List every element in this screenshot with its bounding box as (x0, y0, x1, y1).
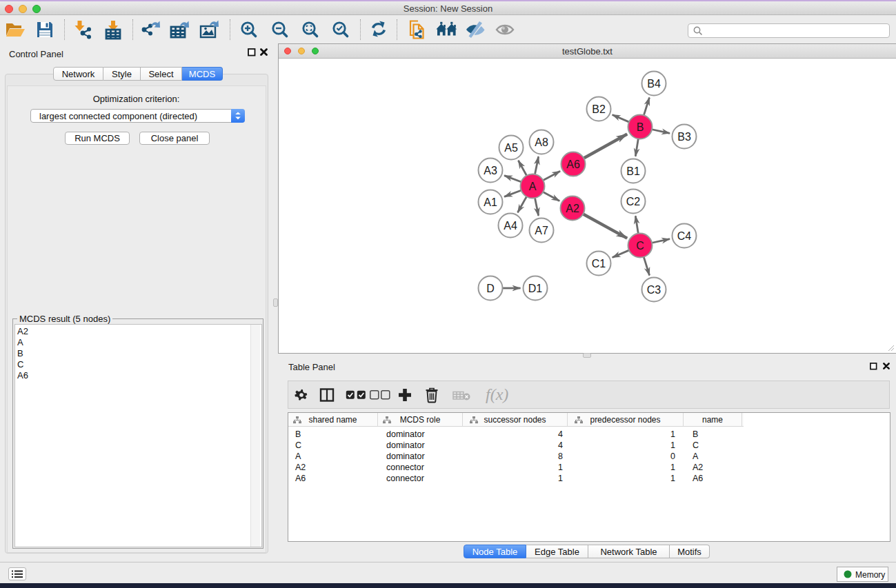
svg-text:A: A (529, 181, 537, 192)
svg-text:C: C (636, 240, 644, 252)
svg-text:A5: A5 (504, 142, 518, 154)
svg-text:A6: A6 (566, 159, 580, 170)
svg-text:B: B (637, 121, 644, 133)
svg-text:A8: A8 (535, 136, 548, 148)
svg-text:B3: B3 (677, 131, 691, 143)
svg-text:B1: B1 (626, 165, 640, 177)
svg-text:B4: B4 (647, 78, 661, 90)
svg-text:C3: C3 (647, 284, 661, 296)
svg-text:B2: B2 (592, 103, 606, 115)
svg-text:A7: A7 (535, 225, 548, 236)
svg-text:A3: A3 (484, 165, 497, 176)
svg-text:A2: A2 (566, 203, 579, 214)
svg-text:D1: D1 (528, 283, 543, 294)
svg-text:C1: C1 (592, 258, 606, 270)
svg-text:C2: C2 (626, 196, 641, 207)
svg-text:A1: A1 (484, 196, 497, 208)
svg-text:A4: A4 (504, 220, 517, 232)
svg-text:C4: C4 (677, 230, 692, 242)
svg-text:D: D (486, 283, 495, 294)
